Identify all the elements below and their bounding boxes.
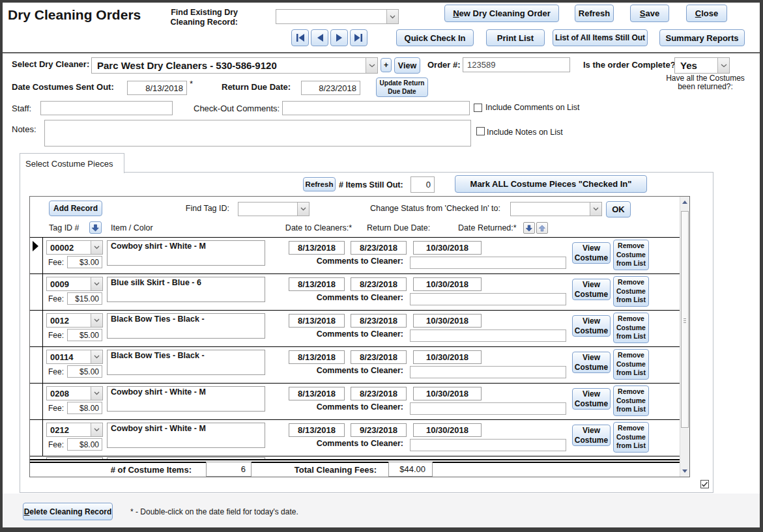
tab-select-costume-pieces[interactable]: Select Costume Pieces bbox=[20, 153, 124, 173]
items-still-out-input[interactable]: 0 bbox=[410, 176, 435, 193]
record-selector[interactable] bbox=[30, 347, 43, 383]
comments-to-cleaner-input[interactable] bbox=[410, 366, 566, 378]
date-to-cleaners-input[interactable]: 8/13/2018 bbox=[289, 277, 345, 291]
record-selector[interactable] bbox=[30, 420, 43, 456]
return-due-date-input[interactable]: 8/23/2018 bbox=[351, 241, 407, 255]
table-scrollbar[interactable] bbox=[680, 197, 689, 477]
chevron-down-icon[interactable] bbox=[366, 58, 377, 73]
comments-to-cleaner-input[interactable] bbox=[410, 293, 566, 305]
date-to-cleaners-input[interactable]: 8/13/2018 bbox=[289, 314, 345, 328]
fee-input[interactable]: $5.00 bbox=[67, 329, 102, 341]
item-color-input[interactable]: Cowboy shirt - White - M bbox=[107, 240, 265, 266]
chevron-down-icon[interactable] bbox=[91, 241, 102, 254]
refresh-button[interactable]: Refresh bbox=[575, 5, 614, 22]
view-costume-button[interactable]: View Costume bbox=[572, 279, 611, 300]
date-returned-input[interactable]: 10/30/2018 bbox=[413, 350, 482, 364]
item-color-input[interactable]: Cowboy shirt - White - M bbox=[107, 386, 265, 412]
return-due-input[interactable]: 8/23/2018 bbox=[301, 81, 360, 95]
record-selector[interactable] bbox=[30, 311, 43, 346]
record-selector[interactable] bbox=[30, 274, 43, 310]
remove-costume-button[interactable]: Remove Costume from List bbox=[613, 313, 649, 343]
find-record-combo[interactable] bbox=[276, 9, 399, 24]
chevron-down-icon[interactable] bbox=[590, 203, 601, 216]
checkout-comments-input[interactable] bbox=[282, 101, 470, 115]
date-to-cleaners-input[interactable]: 8/13/2018 bbox=[289, 241, 345, 255]
date-returned-input[interactable]: 10/30/2018 bbox=[413, 387, 482, 400]
record-selector[interactable] bbox=[30, 238, 43, 273]
return-due-date-input[interactable]: 9/23/2018 bbox=[351, 423, 407, 437]
chevron-down-icon[interactable] bbox=[91, 277, 102, 290]
mark-all-checked-in-button[interactable]: Mark ALL Costume Pieces "Checked In" bbox=[455, 175, 647, 193]
item-color-input[interactable]: Black Bow Ties - Black - bbox=[107, 313, 265, 339]
remove-costume-button[interactable]: Remove Costume from List bbox=[613, 240, 649, 270]
tag-id-combo[interactable]: 0212 bbox=[46, 423, 103, 437]
order-complete-combo[interactable]: Yes bbox=[674, 57, 730, 74]
view-costume-button[interactable]: View Costume bbox=[572, 352, 611, 373]
date-sent-input[interactable]: 8/13/2018 bbox=[127, 81, 187, 95]
notes-input[interactable] bbox=[44, 120, 471, 147]
chevron-down-icon[interactable] bbox=[297, 203, 309, 216]
summary-reports-button[interactable]: Summary Reports bbox=[659, 29, 745, 46]
include-notes-checkbox[interactable] bbox=[476, 127, 485, 135]
change-status-combo[interactable] bbox=[510, 202, 602, 216]
return-due-date-input[interactable]: 8/23/2018 bbox=[351, 314, 407, 328]
date-returned-input[interactable]: 10/30/2018 bbox=[413, 277, 482, 291]
date-to-cleaners-input[interactable]: 8/13/2018 bbox=[289, 387, 345, 400]
sort-tag-button[interactable] bbox=[89, 221, 102, 234]
sort-date-returned-asc-button[interactable] bbox=[536, 222, 548, 234]
comments-to-cleaner-input[interactable] bbox=[410, 329, 566, 342]
staff-input[interactable] bbox=[40, 101, 173, 115]
new-order-button[interactable]: New Dry Cleaning Order bbox=[444, 5, 559, 22]
comments-to-cleaner-input[interactable] bbox=[410, 439, 566, 451]
panel-checkbox[interactable] bbox=[700, 480, 709, 488]
next-record-button[interactable] bbox=[330, 29, 348, 46]
scrollbar-thumb[interactable] bbox=[681, 211, 689, 428]
chevron-down-icon[interactable] bbox=[91, 387, 102, 400]
date-returned-input[interactable]: 10/30/2018 bbox=[413, 314, 482, 328]
delete-record-button[interactable]: Delete Cleaning Record bbox=[23, 503, 113, 520]
update-return-due-button[interactable]: Update Return Due Date bbox=[376, 77, 428, 97]
date-returned-input[interactable]: 10/30/2018 bbox=[413, 241, 482, 255]
last-record-button[interactable] bbox=[350, 29, 367, 46]
tag-id-combo[interactable]: 00002 bbox=[46, 240, 103, 255]
scroll-down-icon[interactable] bbox=[682, 469, 687, 473]
remove-costume-button[interactable]: Remove Costume from List bbox=[613, 276, 649, 307]
print-list-button[interactable]: Print List bbox=[486, 29, 545, 46]
ok-button[interactable]: OK bbox=[606, 201, 631, 217]
fee-input[interactable]: $5.00 bbox=[67, 365, 102, 378]
remove-costume-button[interactable]: Remove Costume from List bbox=[613, 385, 649, 416]
chevron-down-icon[interactable] bbox=[717, 58, 729, 73]
view-costume-button[interactable]: View Costume bbox=[572, 388, 611, 410]
item-color-input[interactable]: Black Bow Ties - Black - bbox=[107, 350, 265, 375]
chevron-down-icon[interactable] bbox=[91, 314, 102, 327]
scroll-up-icon[interactable] bbox=[682, 201, 687, 204]
remove-costume-button[interactable]: Remove Costume from List bbox=[613, 349, 649, 380]
tag-id-combo[interactable]: 00114 bbox=[46, 350, 103, 364]
tag-id-combo[interactable]: 0012 bbox=[46, 313, 103, 328]
dry-cleaner-combo[interactable]: Parc West Dry Cleaners - 530-586-9120 bbox=[91, 57, 378, 74]
remove-costume-button[interactable]: Remove Costume from List bbox=[613, 422, 649, 453]
sort-date-returned-desc-button[interactable] bbox=[523, 222, 535, 234]
find-tag-combo[interactable] bbox=[238, 202, 310, 216]
fee-input[interactable]: $8.00 bbox=[67, 438, 102, 451]
tag-id-combo[interactable]: 0009 bbox=[46, 277, 103, 291]
view-cleaner-button[interactable]: View bbox=[394, 57, 420, 74]
fee-input[interactable]: $15.00 bbox=[67, 292, 102, 305]
fee-input[interactable]: $3.00 bbox=[67, 256, 102, 268]
first-record-button[interactable] bbox=[291, 29, 309, 46]
return-due-date-input[interactable]: 8/23/2018 bbox=[351, 350, 407, 364]
add-record-button[interactable]: Add Record bbox=[49, 201, 102, 216]
date-to-cleaners-input[interactable]: 8/13/2018 bbox=[289, 350, 345, 364]
return-due-date-input[interactable]: 8/23/2018 bbox=[351, 387, 407, 400]
chevron-down-icon[interactable] bbox=[386, 10, 398, 23]
costume-items-count-input[interactable]: 6 bbox=[206, 462, 252, 477]
order-number-input[interactable]: 123589 bbox=[463, 57, 570, 72]
comments-to-cleaner-input[interactable] bbox=[410, 402, 566, 415]
item-color-input[interactable]: Cowboy shirt - White - M bbox=[107, 423, 265, 448]
add-cleaner-button[interactable]: + bbox=[381, 58, 392, 72]
previous-record-button[interactable] bbox=[311, 29, 328, 46]
include-comments-checkbox[interactable] bbox=[474, 104, 482, 112]
close-button[interactable]: Close bbox=[686, 5, 727, 22]
list-all-items-button[interactable]: List of All Items Still Out bbox=[553, 29, 648, 46]
tag-id-combo[interactable]: 0208 bbox=[46, 386, 103, 400]
